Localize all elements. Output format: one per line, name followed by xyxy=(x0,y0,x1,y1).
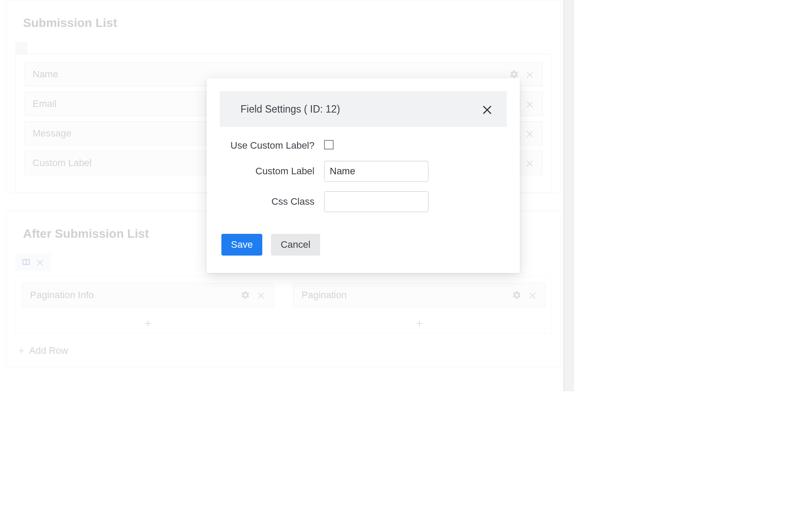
field-label: Message xyxy=(33,128,71,139)
field-settings-modal: Field Settings ( ID: 12) Use Custom Labe… xyxy=(207,78,520,273)
custom-label-input[interactable] xyxy=(324,161,428,182)
add-row-label: Add Row xyxy=(29,345,68,356)
use-custom-label-checkbox[interactable] xyxy=(324,140,334,150)
gear-icon[interactable] xyxy=(241,290,250,300)
columns-icon[interactable] xyxy=(21,257,31,267)
gear-icon[interactable] xyxy=(512,290,522,300)
modal-header: Field Settings ( ID: 12) xyxy=(220,91,507,127)
gear-icon[interactable] xyxy=(509,70,519,79)
close-icon[interactable] xyxy=(35,257,45,267)
plus-icon xyxy=(143,319,153,328)
save-button[interactable]: Save xyxy=(221,234,262,256)
custom-label-label: Custom Label xyxy=(224,166,324,177)
field-label: Name xyxy=(33,69,58,80)
drag-handle[interactable] xyxy=(15,42,27,54)
close-icon[interactable] xyxy=(525,129,535,138)
close-icon[interactable] xyxy=(481,103,494,116)
css-class-input[interactable] xyxy=(324,191,428,212)
cancel-button[interactable]: Cancel xyxy=(271,234,320,256)
field-row[interactable]: Pagination Info xyxy=(22,283,274,307)
css-class-label: Css Class xyxy=(224,196,324,207)
field-label: Pagination Info xyxy=(30,289,94,301)
modal-title: Field Settings ( ID: 12) xyxy=(241,103,340,115)
field-label: Custom Label xyxy=(33,157,92,169)
section-title: Submission List xyxy=(7,0,561,42)
field-label: Pagination xyxy=(301,289,347,301)
row-toolbar xyxy=(15,253,51,271)
add-field-button[interactable] xyxy=(287,313,552,333)
plus-icon xyxy=(17,346,26,355)
close-icon[interactable] xyxy=(528,290,537,300)
add-row-button[interactable]: Add Row xyxy=(7,340,77,367)
field-label: Email xyxy=(33,98,57,110)
field-row[interactable]: Pagination xyxy=(293,283,545,307)
close-icon[interactable] xyxy=(525,70,535,79)
plus-icon xyxy=(415,319,424,328)
close-icon[interactable] xyxy=(525,158,535,168)
close-icon[interactable] xyxy=(525,99,535,109)
close-icon[interactable] xyxy=(256,290,266,300)
add-field-button[interactable] xyxy=(16,313,280,333)
use-custom-label-label: Use Custom Label? xyxy=(224,140,324,151)
